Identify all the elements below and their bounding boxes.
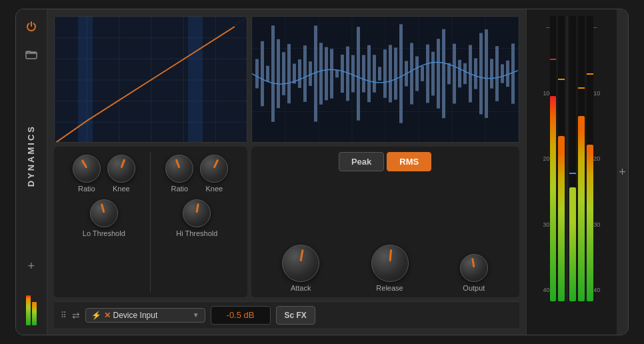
lo-threshold-label: Lo Threshold — [83, 229, 125, 237]
sc-fx-button[interactable]: Sc FX — [276, 306, 315, 325]
attack-group: Attack — [282, 245, 319, 292]
scale-20: 20 — [531, 155, 550, 162]
hi-knob-row: Ratio Knee — [165, 155, 228, 193]
hi-threshold-knob[interactable] — [183, 199, 211, 227]
add-right-button[interactable]: + — [619, 165, 626, 179]
meter-bars — [550, 16, 594, 301]
meter-fill-4 — [578, 116, 585, 301]
meter-fill-2 — [558, 136, 565, 301]
attack-section: Peak RMS Attack Release Output — [251, 147, 519, 297]
dots-icon[interactable]: ⠿ — [61, 311, 67, 320]
lo-knee-knob[interactable] — [107, 155, 135, 183]
main-content: Ratio Knee Lo Threshold — [47, 9, 526, 335]
device-arrow-icon: ▼ — [193, 311, 199, 319]
scale-r-dash: – — [593, 24, 612, 31]
lo-knob-row: Ratio Knee — [73, 155, 135, 193]
db-display: -0.5 dB — [211, 306, 271, 325]
lo-threshold-knob[interactable] — [90, 199, 118, 227]
hi-ratio-label: Ratio — [171, 185, 188, 193]
output-group: Output — [460, 254, 488, 292]
peak-marker-4 — [578, 87, 585, 89]
threshold-group: Ratio Knee Lo Threshold — [54, 147, 247, 297]
plugin-label: DYNAMICS — [26, 125, 36, 187]
lo-ratio-knob[interactable] — [73, 155, 101, 183]
meter-2 — [558, 16, 565, 301]
peak-rms-row: Peak RMS — [257, 152, 514, 171]
hi-ratio-knob[interactable] — [165, 155, 193, 183]
hi-knee-knob[interactable] — [200, 155, 228, 183]
lo-ratio-group: Ratio — [73, 155, 101, 193]
plugin-container: DYNAMICS + — [15, 9, 629, 335]
scale-40: 40 — [531, 287, 550, 293]
meter-scale-left: – 10 20 30 40 — [531, 16, 550, 301]
power-button[interactable] — [21, 16, 42, 37]
meter-3 — [569, 16, 576, 301]
folder-button[interactable] — [21, 44, 42, 65]
meter-4 — [578, 16, 585, 301]
meter-fill-3 — [569, 187, 576, 301]
device-x-button[interactable]: ✕ — [104, 311, 111, 320]
device-plug-icon: ⚡ — [91, 311, 101, 320]
meter-fill-1 — [550, 96, 557, 301]
scale-r-20: 20 — [593, 155, 612, 162]
attack-knob[interactable] — [282, 245, 319, 282]
scale-r-40: 40 — [593, 287, 612, 293]
hi-knee-label: Knee — [205, 185, 223, 193]
release-knob[interactable] — [371, 245, 409, 282]
rms-button[interactable]: RMS — [387, 152, 431, 171]
meter-separator — [567, 16, 567, 301]
meter-1 — [550, 16, 557, 301]
threshold-separator — [150, 152, 151, 292]
route-icon[interactable]: ⇄ — [72, 310, 80, 321]
attack-knobs-row: Attack Release Output — [257, 177, 514, 292]
bottom-toolbar: ⠿ ⇄ ⚡ ✕ Device Input ▼ -0.5 dB Sc FX — [54, 301, 519, 328]
device-name: Device Input — [113, 311, 190, 320]
lo-ratio-label: Ratio — [78, 185, 95, 193]
lo-knee-label: Knee — [113, 185, 130, 193]
waveform-graph — [251, 16, 519, 143]
scale-30: 30 — [531, 221, 550, 228]
meter-5 — [587, 16, 593, 301]
lo-knee-group: Knee — [107, 155, 135, 193]
meter-fill-5 — [587, 145, 593, 301]
add-left-button[interactable]: + — [28, 259, 35, 273]
controls-section: Ratio Knee Lo Threshold — [54, 147, 519, 297]
top-section — [54, 16, 519, 143]
left-sidebar: DYNAMICS + — [16, 9, 47, 335]
right-meters: – 10 20 30 40 — [526, 9, 617, 335]
scale-dash: – — [531, 24, 550, 31]
transfer-graph — [54, 16, 247, 143]
hi-threshold-label: Hi Threshold — [176, 229, 217, 237]
scale-r-10: 10 — [593, 90, 612, 97]
peak-marker-2 — [558, 79, 565, 80]
hi-ratio-group: Ratio — [165, 155, 193, 193]
peak-marker-5 — [587, 73, 593, 75]
hi-knee-group: Knee — [200, 155, 228, 193]
scale-10: 10 — [531, 90, 550, 97]
peak-marker-1 — [550, 59, 557, 60]
right-sidebar-controls: + — [617, 9, 628, 335]
scale-r-30: 30 — [593, 221, 612, 228]
peak-button[interactable]: Peak — [339, 152, 384, 171]
device-selector[interactable]: ⚡ ✕ Device Input ▼ — [85, 308, 205, 323]
release-label: Release — [376, 284, 403, 292]
meter-scale-right: – 10 20 30 40 — [593, 16, 612, 301]
peak-marker-3 — [569, 173, 576, 174]
release-group: Release — [371, 245, 409, 292]
output-knob[interactable] — [460, 254, 488, 282]
attack-label: Attack — [291, 284, 311, 292]
output-label: Output — [463, 284, 485, 292]
